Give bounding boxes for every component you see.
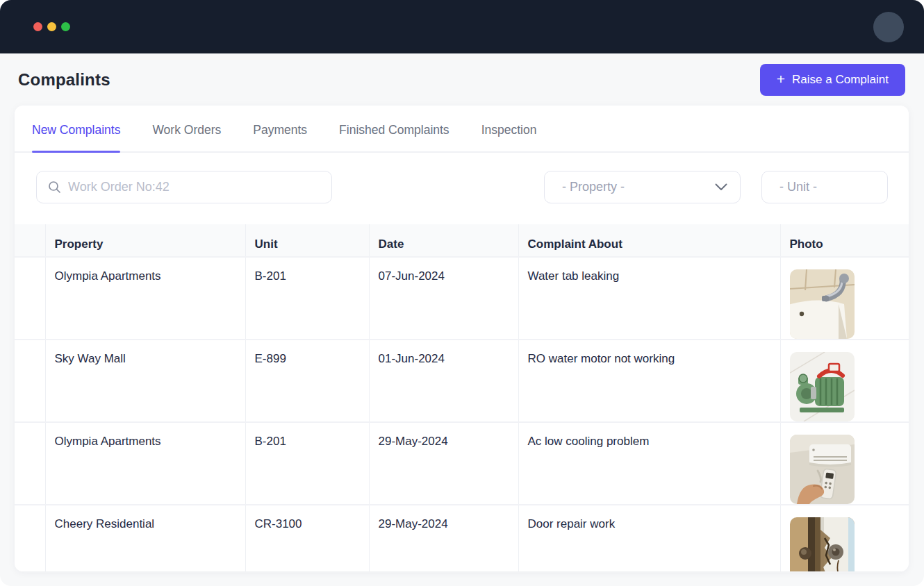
raise-complaint-button[interactable]: + Raise a Complaint	[760, 64, 905, 96]
zoom-window-button[interactable]	[61, 22, 70, 31]
table-row[interactable]: Olympia Apartments B-201 29-May-2024 Ac …	[15, 422, 909, 505]
table-header-row: Property Unit Date Complaint About Photo	[15, 224, 909, 257]
row-gutter	[15, 505, 45, 571]
close-window-button[interactable]	[33, 22, 42, 31]
cell-unit: B-201	[245, 422, 369, 505]
tab-inspection[interactable]: Inspection	[481, 123, 537, 151]
search-icon	[48, 181, 61, 194]
cell-photo	[780, 340, 909, 422]
chevron-down-icon	[715, 183, 727, 191]
tab-new-complaints[interactable]: New Complaints	[32, 123, 120, 151]
user-avatar[interactable]	[873, 12, 904, 42]
cell-date: 29-May-2024	[369, 422, 518, 505]
tab-finished-complaints[interactable]: Finished Complaints	[339, 123, 449, 151]
cell-unit: E-899	[245, 340, 369, 422]
cell-complaint: RO water motor not working	[518, 340, 780, 422]
page-header: Compalints + Raise a Complaint	[0, 53, 924, 106]
row-gutter	[15, 422, 45, 505]
table-row[interactable]: Sky Way Mall E-899 01-Jun-2024 RO water …	[15, 340, 909, 422]
complaints-table: Property Unit Date Complaint About Photo…	[15, 224, 909, 571]
window-titlebar	[0, 0, 924, 53]
filter-row: - Property - - Unit -	[15, 153, 909, 224]
table-header-unit: Unit	[245, 224, 369, 257]
table-header-complaint-about: Complaint About	[518, 224, 780, 257]
traffic-lights	[33, 22, 70, 31]
cell-photo	[780, 422, 909, 505]
cell-date: 07-Jun-2024	[369, 257, 518, 340]
app-window: Compalints + Raise a Complaint New Compl…	[0, 0, 924, 586]
tab-bar: New Complaints Work Orders Payments Fini…	[15, 106, 909, 153]
cell-date: 01-Jun-2024	[369, 340, 518, 422]
unit-dropdown-value: - Unit -	[779, 180, 817, 194]
table-row[interactable]: Olympia Apartments B-201 07-Jun-2024 Wat…	[15, 257, 909, 340]
property-dropdown[interactable]: - Property -	[544, 171, 741, 203]
cell-complaint: Water tab leaking	[518, 257, 780, 340]
cell-complaint: Door repair work	[518, 505, 780, 571]
table-header-date: Date	[369, 224, 518, 257]
search-input[interactable]	[68, 180, 322, 194]
tab-work-orders[interactable]: Work Orders	[152, 123, 221, 151]
green-water-pump-photo[interactable]	[790, 352, 855, 421]
raise-complaint-button-label: Raise a Complaint	[792, 73, 889, 87]
row-gutter	[15, 340, 45, 422]
cell-property: Cheery Residential	[45, 505, 245, 571]
cell-photo	[780, 257, 909, 340]
cell-property: Olympia Apartments	[45, 422, 245, 505]
cell-date: 29-May-2024	[369, 505, 518, 571]
cell-complaint: Ac low cooling problem	[518, 422, 780, 505]
unit-dropdown[interactable]: - Unit -	[761, 171, 888, 203]
cell-photo	[780, 505, 909, 571]
cell-property: Sky Way Mall	[45, 340, 245, 422]
ac-unit-remote-photo[interactable]	[790, 435, 855, 504]
table-header-gutter	[15, 224, 45, 257]
table-header-property: Property	[45, 224, 245, 257]
cell-unit: CR-3100	[245, 505, 369, 571]
page-title: Compalints	[18, 70, 110, 90]
tab-payments[interactable]: Payments	[253, 123, 307, 151]
cell-property: Olympia Apartments	[45, 257, 245, 340]
table-row[interactable]: Cheery Residential CR-3100 29-May-2024 D…	[15, 505, 909, 571]
leaking-water-tap-photo[interactable]	[790, 269, 855, 339]
minimize-window-button[interactable]	[47, 22, 56, 31]
plus-icon: +	[777, 72, 785, 86]
cell-unit: B-201	[245, 257, 369, 340]
property-dropdown-value: - Property -	[562, 180, 625, 194]
search-box	[36, 171, 332, 203]
damaged-door-lock-photo[interactable]	[790, 517, 855, 571]
row-gutter	[15, 257, 45, 340]
table-header-photo: Photo	[780, 224, 909, 257]
complaints-card: New Complaints Work Orders Payments Fini…	[15, 106, 909, 571]
